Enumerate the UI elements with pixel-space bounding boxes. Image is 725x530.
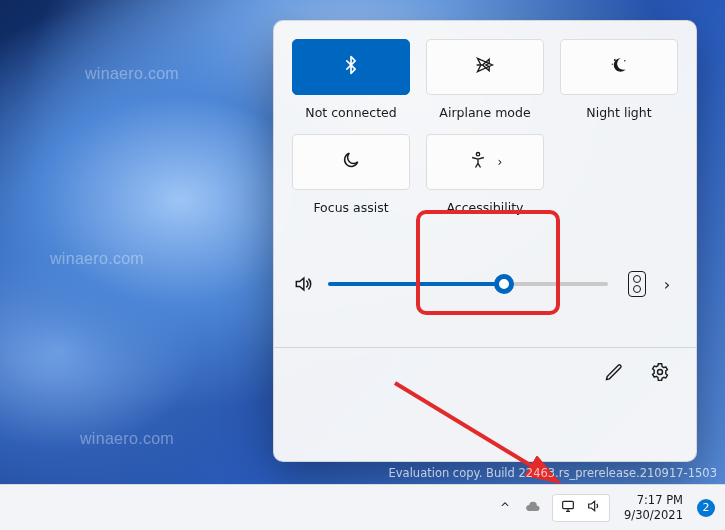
settings-button[interactable] <box>648 360 672 384</box>
airplane-icon <box>475 55 495 79</box>
volume-tray-icon <box>586 498 602 518</box>
moon-icon <box>341 150 361 174</box>
output-device-icon[interactable] <box>628 271 646 297</box>
taskbar-clock[interactable]: 7:17 PM 9/30/2021 <box>620 493 687 522</box>
accessibility-button[interactable]: › <box>426 134 544 190</box>
tile-bluetooth: Not connected <box>292 39 410 120</box>
volume-slider[interactable] <box>328 282 608 286</box>
svg-point-1 <box>612 64 613 65</box>
nightlight-button[interactable] <box>560 39 678 95</box>
focus-button[interactable] <box>292 134 410 190</box>
bluetooth-button[interactable] <box>292 39 410 95</box>
clock-date: 9/30/2021 <box>624 508 683 522</box>
quick-settings-panel: Not connected Airplane mode Night light <box>273 20 697 462</box>
airplane-button[interactable] <box>426 39 544 95</box>
svg-point-0 <box>614 59 616 61</box>
edit-button[interactable] <box>602 360 626 384</box>
volume-row: › <box>292 271 678 297</box>
network-volume-tray[interactable] <box>552 494 610 522</box>
notification-badge[interactable]: 2 <box>697 499 715 517</box>
panel-footer <box>292 348 678 384</box>
bluetooth-icon <box>341 55 361 79</box>
focus-label: Focus assist <box>313 200 388 215</box>
network-icon <box>560 498 576 518</box>
evaluation-watermark: Evaluation copy. Build 22463.rs_prerelea… <box>389 466 717 480</box>
speaker-icon[interactable] <box>292 273 314 295</box>
nightlight-icon <box>609 55 629 79</box>
system-tray: ^ 7:17 PM 9/30/2021 2 <box>496 493 715 522</box>
airplane-label: Airplane mode <box>439 105 530 120</box>
tile-focus: Focus assist <box>292 134 410 215</box>
accessibility-label: Accessibility <box>447 200 524 215</box>
tile-nightlight: Night light <box>560 39 678 120</box>
bluetooth-label: Not connected <box>305 105 396 120</box>
onedrive-icon[interactable] <box>524 499 542 517</box>
tray-overflow-chevron[interactable]: ^ <box>496 499 514 517</box>
chevron-right-icon: › <box>498 155 503 169</box>
svg-point-4 <box>658 370 663 375</box>
quick-settings-tiles: Not connected Airplane mode Night light <box>292 39 678 215</box>
svg-rect-6 <box>563 501 574 508</box>
tile-accessibility: › Accessibility <box>426 134 544 215</box>
svg-point-3 <box>476 153 479 156</box>
tile-airplane: Airplane mode <box>426 39 544 120</box>
accessibility-icon <box>468 150 488 174</box>
output-chevron-icon[interactable]: › <box>656 273 678 295</box>
svg-point-2 <box>624 60 626 62</box>
nightlight-label: Night light <box>586 105 651 120</box>
taskbar: ^ 7:17 PM 9/30/2021 2 <box>0 484 725 530</box>
clock-time: 7:17 PM <box>624 493 683 507</box>
